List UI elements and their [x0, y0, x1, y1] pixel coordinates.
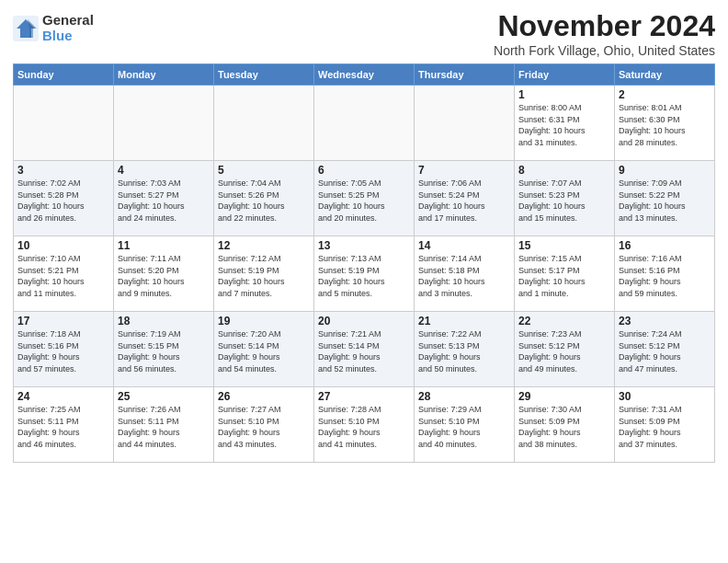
day-cell: 15Sunrise: 7:15 AM Sunset: 5:17 PM Dayli… — [515, 236, 615, 312]
day-number: 9 — [619, 164, 711, 177]
col-wednesday: Wednesday — [314, 64, 415, 86]
day-cell: 27Sunrise: 7:28 AM Sunset: 5:10 PM Dayli… — [314, 387, 415, 463]
day-info: Sunrise: 7:16 AM Sunset: 5:16 PM Dayligh… — [619, 253, 711, 299]
day-number: 10 — [17, 239, 109, 252]
day-cell: 17Sunrise: 7:18 AM Sunset: 5:16 PM Dayli… — [14, 312, 114, 387]
logo-icon — [13, 16, 39, 41]
day-cell — [14, 86, 114, 161]
location: North Fork Village, Ohio, United States — [494, 43, 715, 58]
day-cell: 12Sunrise: 7:12 AM Sunset: 5:19 PM Dayli… — [214, 236, 314, 312]
day-cell — [214, 86, 314, 161]
day-number: 17 — [17, 315, 109, 327]
day-info: Sunrise: 7:02 AM Sunset: 5:28 PM Dayligh… — [17, 178, 109, 224]
day-info: Sunrise: 7:07 AM Sunset: 5:23 PM Dayligh… — [518, 178, 610, 224]
day-number: 6 — [318, 164, 410, 177]
calendar-table: Sunday Monday Tuesday Wednesday Thursday… — [13, 63, 715, 463]
day-cell: 30Sunrise: 7:31 AM Sunset: 5:09 PM Dayli… — [615, 387, 715, 463]
day-info: Sunrise: 7:11 AM Sunset: 5:20 PM Dayligh… — [118, 253, 210, 299]
day-number: 22 — [518, 315, 610, 327]
day-cell: 7Sunrise: 7:06 AM Sunset: 5:24 PM Daylig… — [415, 161, 515, 236]
day-cell: 3Sunrise: 7:02 AM Sunset: 5:28 PM Daylig… — [14, 161, 114, 236]
day-number: 21 — [418, 315, 510, 327]
day-number: 7 — [418, 164, 510, 177]
day-info: Sunrise: 7:22 AM Sunset: 5:13 PM Dayligh… — [418, 328, 510, 374]
day-cell: 25Sunrise: 7:26 AM Sunset: 5:11 PM Dayli… — [114, 387, 214, 463]
day-number: 13 — [318, 239, 410, 252]
day-info: Sunrise: 7:29 AM Sunset: 5:10 PM Dayligh… — [418, 404, 510, 450]
day-cell: 8Sunrise: 7:07 AM Sunset: 5:23 PM Daylig… — [515, 161, 615, 236]
day-cell: 10Sunrise: 7:10 AM Sunset: 5:21 PM Dayli… — [14, 236, 114, 312]
day-info: Sunrise: 7:30 AM Sunset: 5:09 PM Dayligh… — [518, 404, 610, 450]
day-info: Sunrise: 7:27 AM Sunset: 5:10 PM Dayligh… — [218, 404, 310, 450]
day-number: 25 — [118, 390, 210, 403]
col-tuesday: Tuesday — [214, 64, 314, 86]
day-info: Sunrise: 7:20 AM Sunset: 5:14 PM Dayligh… — [218, 328, 310, 374]
day-cell: 28Sunrise: 7:29 AM Sunset: 5:10 PM Dayli… — [415, 387, 515, 463]
col-saturday: Saturday — [615, 64, 715, 86]
day-cell — [114, 86, 214, 161]
month-title: November 2024 — [494, 9, 715, 43]
day-number: 8 — [518, 164, 610, 177]
day-info: Sunrise: 7:09 AM Sunset: 5:22 PM Dayligh… — [619, 178, 711, 224]
col-sunday: Sunday — [14, 64, 114, 86]
day-info: Sunrise: 8:00 AM Sunset: 6:31 PM Dayligh… — [518, 102, 610, 148]
day-cell: 21Sunrise: 7:22 AM Sunset: 5:13 PM Dayli… — [415, 312, 515, 387]
day-cell: 11Sunrise: 7:11 AM Sunset: 5:20 PM Dayli… — [114, 236, 214, 312]
day-number: 19 — [218, 315, 310, 327]
day-number: 5 — [218, 164, 310, 177]
logo-blue: Blue — [42, 29, 94, 44]
title-area: November 2024 North Fork Village, Ohio, … — [494, 9, 715, 58]
day-cell: 26Sunrise: 7:27 AM Sunset: 5:10 PM Dayli… — [214, 387, 314, 463]
day-cell: 4Sunrise: 7:03 AM Sunset: 5:27 PM Daylig… — [114, 161, 214, 236]
day-cell: 18Sunrise: 7:19 AM Sunset: 5:15 PM Dayli… — [114, 312, 214, 387]
day-info: Sunrise: 8:01 AM Sunset: 6:30 PM Dayligh… — [619, 102, 711, 148]
day-cell: 6Sunrise: 7:05 AM Sunset: 5:25 PM Daylig… — [314, 161, 415, 236]
day-info: Sunrise: 7:05 AM Sunset: 5:25 PM Dayligh… — [318, 178, 410, 224]
day-cell: 23Sunrise: 7:24 AM Sunset: 5:12 PM Dayli… — [615, 312, 715, 387]
day-number: 30 — [619, 390, 711, 403]
day-cell: 9Sunrise: 7:09 AM Sunset: 5:22 PM Daylig… — [615, 161, 715, 236]
day-number: 11 — [118, 239, 210, 252]
day-info: Sunrise: 7:10 AM Sunset: 5:21 PM Dayligh… — [17, 253, 109, 299]
day-number: 29 — [518, 390, 610, 403]
col-friday: Friday — [515, 64, 615, 86]
day-number: 15 — [518, 239, 610, 252]
day-info: Sunrise: 7:03 AM Sunset: 5:27 PM Dayligh… — [118, 178, 210, 224]
day-number: 14 — [418, 239, 510, 252]
week-row-4: 24Sunrise: 7:25 AM Sunset: 5:11 PM Dayli… — [14, 387, 715, 463]
day-info: Sunrise: 7:25 AM Sunset: 5:11 PM Dayligh… — [17, 404, 109, 450]
day-cell: 29Sunrise: 7:30 AM Sunset: 5:09 PM Dayli… — [515, 387, 615, 463]
day-cell: 14Sunrise: 7:14 AM Sunset: 5:18 PM Dayli… — [415, 236, 515, 312]
day-cell: 1Sunrise: 8:00 AM Sunset: 6:31 PM Daylig… — [515, 86, 615, 161]
day-number: 2 — [619, 88, 711, 101]
day-info: Sunrise: 7:12 AM Sunset: 5:19 PM Dayligh… — [218, 253, 310, 299]
week-row-0: 1Sunrise: 8:00 AM Sunset: 6:31 PM Daylig… — [14, 86, 715, 161]
day-cell: 22Sunrise: 7:23 AM Sunset: 5:12 PM Dayli… — [515, 312, 615, 387]
day-info: Sunrise: 7:21 AM Sunset: 5:14 PM Dayligh… — [318, 328, 410, 374]
day-info: Sunrise: 7:19 AM Sunset: 5:15 PM Dayligh… — [118, 328, 210, 374]
day-number: 18 — [118, 315, 210, 327]
day-cell: 20Sunrise: 7:21 AM Sunset: 5:14 PM Dayli… — [314, 312, 415, 387]
week-row-2: 10Sunrise: 7:10 AM Sunset: 5:21 PM Dayli… — [14, 236, 715, 312]
day-cell: 19Sunrise: 7:20 AM Sunset: 5:14 PM Dayli… — [214, 312, 314, 387]
day-number: 1 — [518, 88, 610, 101]
col-monday: Monday — [114, 64, 214, 86]
logo: General Blue — [13, 13, 94, 43]
day-cell: 16Sunrise: 7:16 AM Sunset: 5:16 PM Dayli… — [615, 236, 715, 312]
week-row-1: 3Sunrise: 7:02 AM Sunset: 5:28 PM Daylig… — [14, 161, 715, 236]
day-info: Sunrise: 7:13 AM Sunset: 5:19 PM Dayligh… — [318, 253, 410, 299]
day-info: Sunrise: 7:28 AM Sunset: 5:10 PM Dayligh… — [318, 404, 410, 450]
day-number: 20 — [318, 315, 410, 327]
day-info: Sunrise: 7:23 AM Sunset: 5:12 PM Dayligh… — [518, 328, 610, 374]
day-cell: 13Sunrise: 7:13 AM Sunset: 5:19 PM Dayli… — [314, 236, 415, 312]
day-info: Sunrise: 7:04 AM Sunset: 5:26 PM Dayligh… — [218, 178, 310, 224]
day-cell — [314, 86, 415, 161]
day-number: 12 — [218, 239, 310, 252]
col-thursday: Thursday — [415, 64, 515, 86]
day-info: Sunrise: 7:06 AM Sunset: 5:24 PM Dayligh… — [418, 178, 510, 224]
day-number: 24 — [17, 390, 109, 403]
day-number: 3 — [17, 164, 109, 177]
day-info: Sunrise: 7:26 AM Sunset: 5:11 PM Dayligh… — [118, 404, 210, 450]
day-number: 16 — [619, 239, 711, 252]
week-row-3: 17Sunrise: 7:18 AM Sunset: 5:16 PM Dayli… — [14, 312, 715, 387]
